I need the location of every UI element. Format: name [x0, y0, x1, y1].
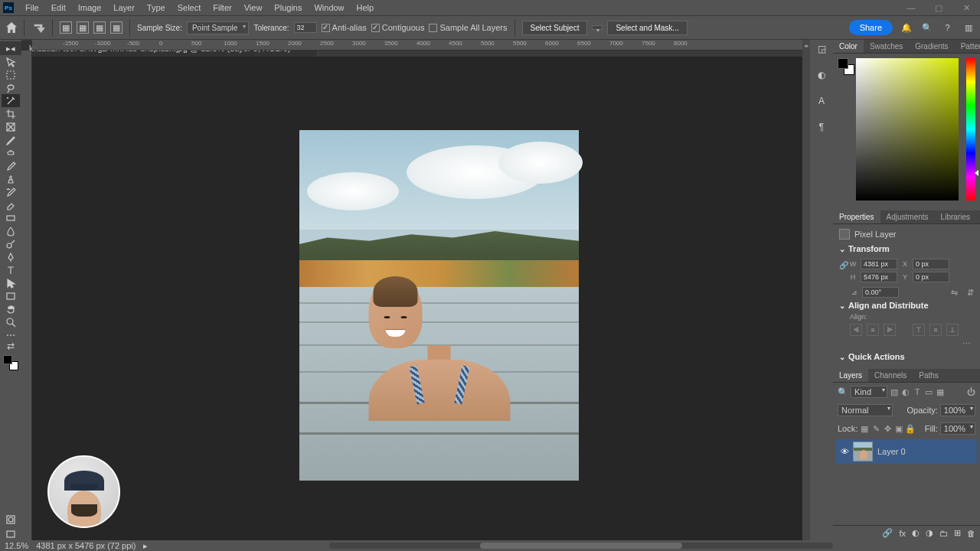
menu-help[interactable]: Help [351, 2, 380, 14]
toolbar-more[interactable]: ⋯ [2, 328, 20, 341]
lock-transparent-icon[interactable]: ▦ [860, 424, 869, 433]
flip-h-icon[interactable]: ⇋ [951, 288, 958, 298]
brushes-panel-icon[interactable]: ◐ [815, 69, 828, 81]
menu-select[interactable]: Select [172, 2, 207, 14]
layer-fx-icon[interactable]: fx [899, 529, 906, 538]
history-brush-tool[interactable] [2, 185, 20, 198]
filter-adjust-icon[interactable]: ◐ [901, 387, 910, 396]
paragraph-panel-icon[interactable]: ¶ [815, 121, 828, 133]
magic-wand-tool[interactable] [2, 94, 20, 107]
heal-tool[interactable] [2, 146, 20, 159]
sample-all-layers-checkbox[interactable]: Sample All Layers [429, 23, 507, 33]
tab-color[interactable]: Color [833, 40, 864, 53]
brush-tool[interactable] [2, 159, 20, 172]
opacity-input[interactable]: 100% [940, 404, 975, 416]
filter-shape-icon[interactable]: ▭ [924, 387, 933, 396]
delete-layer-icon[interactable]: 🗑 [967, 529, 975, 538]
tab-libraries[interactable]: Libraries [935, 210, 976, 223]
quick-actions-header[interactable]: Quick Actions [839, 352, 974, 361]
align-right-icon[interactable]: ⫸ [884, 324, 896, 336]
blur-tool[interactable] [2, 224, 20, 237]
filter-toggle-icon[interactable]: ⏻ [966, 387, 975, 396]
path-select-tool[interactable] [2, 276, 20, 289]
tab-layers[interactable]: Layers [833, 369, 868, 382]
link-layers-icon[interactable]: 🔗 [882, 528, 893, 538]
tab-channels[interactable]: Channels [868, 369, 913, 382]
tolerance-input[interactable]: 32 [294, 22, 317, 33]
workspace-icon[interactable]: ▥ [962, 22, 974, 34]
notifications-icon[interactable]: 🔔 [900, 22, 912, 34]
align-top-icon[interactable]: ⊤ [913, 324, 925, 336]
adjustment-layer-icon[interactable]: ◑ [926, 528, 933, 538]
tab-swatches[interactable]: Swatches [864, 40, 909, 53]
x-input[interactable]: 0 px [913, 259, 949, 269]
lock-artboard-icon[interactable]: ▣ [894, 424, 903, 433]
align-bottom-icon[interactable]: ⊥ [946, 324, 959, 336]
lock-all-icon[interactable]: 🔒 [906, 424, 915, 433]
layer-thumbnail[interactable] [853, 442, 873, 461]
select-subject-dropdown[interactable] [592, 25, 603, 30]
y-input[interactable]: 0 px [913, 272, 949, 282]
active-tool-icon[interactable] [31, 22, 45, 33]
wh-link-icon[interactable]: 🔗 [839, 256, 848, 273]
menu-file[interactable]: File [20, 2, 44, 14]
lasso-tool[interactable] [2, 81, 20, 94]
frame-tool[interactable] [2, 120, 20, 133]
share-button[interactable]: Share [849, 20, 893, 35]
home-icon[interactable] [6, 22, 17, 33]
menu-image[interactable]: Image [73, 2, 107, 14]
canvas-area[interactable]: krisztian-toth-bAWgZ-mnHa8-unsplash.jpg … [21, 40, 802, 540]
visibility-icon[interactable]: 👁 [841, 447, 850, 456]
add-selection-icon[interactable]: ▦ [77, 21, 89, 34]
search-icon[interactable]: 🔍 [921, 22, 933, 34]
tab-gradients[interactable]: Gradients [909, 40, 954, 53]
flip-v-icon[interactable]: ⇵ [967, 288, 974, 298]
foreground-background-colors[interactable] [3, 355, 18, 370]
layer-mask-icon[interactable]: ◐ [912, 528, 920, 538]
align-section-header[interactable]: Align and Distribute [839, 301, 974, 310]
hand-tool[interactable] [2, 302, 20, 315]
layer-kind-dropdown[interactable]: Kind [851, 386, 887, 398]
pen-tool[interactable] [2, 250, 20, 263]
new-selection-icon[interactable]: ▦ [60, 21, 72, 34]
stamp-tool[interactable] [2, 172, 20, 185]
eraser-tool[interactable] [2, 198, 20, 211]
menu-layer[interactable]: Layer [108, 2, 140, 14]
menu-type[interactable]: Type [142, 2, 171, 14]
layer-row-0[interactable]: 👁 Layer 0 [836, 439, 977, 464]
blend-mode-dropdown[interactable]: Normal [838, 404, 893, 416]
crop-tool[interactable] [2, 107, 20, 120]
maximize-button[interactable]: ▢ [925, 0, 952, 15]
screen-mode-icon[interactable] [2, 527, 20, 540]
zoom-tool[interactable] [2, 315, 20, 328]
history-panel-icon[interactable]: ◲ [815, 43, 828, 55]
new-layer-icon[interactable]: ⊞ [954, 528, 961, 538]
lock-position-icon[interactable]: ✥ [883, 424, 892, 433]
fill-input[interactable]: 100% [940, 422, 975, 435]
color-fgbg-swatch[interactable] [838, 58, 854, 75]
eyedropper-tool[interactable] [2, 133, 20, 146]
help-icon[interactable]: ? [942, 22, 953, 34]
menu-filter[interactable]: Filter [207, 2, 237, 14]
close-button[interactable]: ✕ [952, 0, 980, 15]
hue-slider[interactable] [966, 58, 975, 201]
menu-window[interactable]: Window [309, 2, 349, 14]
tab-adjustments[interactable]: Adjustments [880, 210, 935, 223]
contiguous-checkbox[interactable]: Contiguous [371, 23, 425, 33]
layer-group-icon[interactable]: 🗀 [939, 529, 948, 538]
anti-alias-checkbox[interactable]: Anti-alias [322, 23, 367, 33]
transform-section-header[interactable]: Transform [839, 244, 974, 253]
subtract-selection-icon[interactable]: ▦ [93, 21, 106, 34]
align-vcenter-icon[interactable]: ≡ [929, 324, 942, 336]
toolbar-swap-icon[interactable]: ⇄ [2, 341, 20, 350]
status-chevron-icon[interactable]: ▸ [143, 541, 148, 551]
tab-patterns[interactable]: Patterns [955, 40, 980, 53]
tab-paths[interactable]: Paths [913, 369, 945, 382]
sample-size-dropdown[interactable]: Point Sample [187, 21, 249, 34]
filter-type-icon[interactable]: T [913, 387, 922, 396]
tab-properties[interactable]: Properties [833, 210, 880, 223]
minimize-button[interactable]: — [897, 0, 925, 15]
shape-tool[interactable] [2, 289, 20, 302]
layer-name[interactable]: Layer 0 [877, 447, 906, 456]
filter-smart-icon[interactable]: ▦ [936, 387, 945, 396]
